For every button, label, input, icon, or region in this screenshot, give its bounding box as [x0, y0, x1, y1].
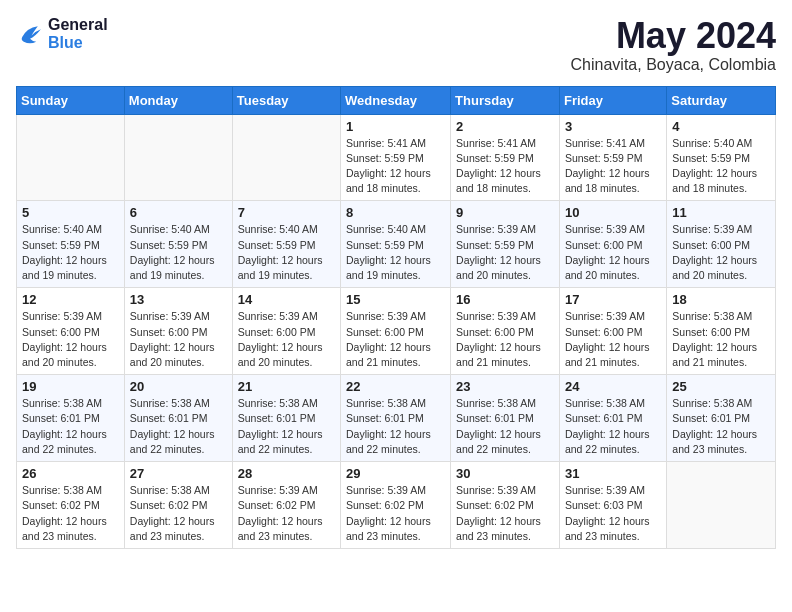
day-number: 21: [238, 379, 335, 394]
week-row-1: 1Sunrise: 5:41 AMSunset: 5:59 PMDaylight…: [17, 114, 776, 201]
day-number: 6: [130, 205, 227, 220]
calendar-cell: 24Sunrise: 5:38 AMSunset: 6:01 PMDayligh…: [559, 375, 666, 462]
day-info: Sunrise: 5:38 AMSunset: 6:01 PMDaylight:…: [346, 396, 445, 457]
calendar-cell: 10Sunrise: 5:39 AMSunset: 6:00 PMDayligh…: [559, 201, 666, 288]
day-number: 15: [346, 292, 445, 307]
logo-text: General Blue: [48, 16, 108, 52]
day-number: 24: [565, 379, 661, 394]
day-info: Sunrise: 5:39 AMSunset: 6:00 PMDaylight:…: [565, 309, 661, 370]
logo[interactable]: General Blue: [16, 16, 108, 52]
week-row-3: 12Sunrise: 5:39 AMSunset: 6:00 PMDayligh…: [17, 288, 776, 375]
day-number: 27: [130, 466, 227, 481]
day-number: 1: [346, 119, 445, 134]
day-info: Sunrise: 5:40 AMSunset: 5:59 PMDaylight:…: [238, 222, 335, 283]
day-info: Sunrise: 5:39 AMSunset: 6:02 PMDaylight:…: [346, 483, 445, 544]
week-row-2: 5Sunrise: 5:40 AMSunset: 5:59 PMDaylight…: [17, 201, 776, 288]
day-info: Sunrise: 5:41 AMSunset: 5:59 PMDaylight:…: [565, 136, 661, 197]
day-number: 13: [130, 292, 227, 307]
day-header-wednesday: Wednesday: [341, 86, 451, 114]
day-number: 28: [238, 466, 335, 481]
title-area: May 2024 Chinavita, Boyaca, Colombia: [571, 16, 776, 74]
calendar-cell: 5Sunrise: 5:40 AMSunset: 5:59 PMDaylight…: [17, 201, 125, 288]
day-header-saturday: Saturday: [667, 86, 776, 114]
day-info: Sunrise: 5:40 AMSunset: 5:59 PMDaylight:…: [22, 222, 119, 283]
day-number: 18: [672, 292, 770, 307]
day-info: Sunrise: 5:39 AMSunset: 6:00 PMDaylight:…: [238, 309, 335, 370]
calendar-cell: 29Sunrise: 5:39 AMSunset: 6:02 PMDayligh…: [341, 462, 451, 549]
day-number: 23: [456, 379, 554, 394]
day-number: 2: [456, 119, 554, 134]
day-number: 30: [456, 466, 554, 481]
day-number: 19: [22, 379, 119, 394]
day-number: 4: [672, 119, 770, 134]
calendar-cell: 6Sunrise: 5:40 AMSunset: 5:59 PMDaylight…: [124, 201, 232, 288]
calendar-cell: [17, 114, 125, 201]
location-title: Chinavita, Boyaca, Colombia: [571, 56, 776, 74]
day-info: Sunrise: 5:38 AMSunset: 6:01 PMDaylight:…: [456, 396, 554, 457]
day-header-friday: Friday: [559, 86, 666, 114]
calendar-cell: 19Sunrise: 5:38 AMSunset: 6:01 PMDayligh…: [17, 375, 125, 462]
day-info: Sunrise: 5:40 AMSunset: 5:59 PMDaylight:…: [346, 222, 445, 283]
calendar-cell: 9Sunrise: 5:39 AMSunset: 5:59 PMDaylight…: [451, 201, 560, 288]
calendar-cell: [667, 462, 776, 549]
day-number: 9: [456, 205, 554, 220]
week-row-5: 26Sunrise: 5:38 AMSunset: 6:02 PMDayligh…: [17, 462, 776, 549]
calendar-cell: 8Sunrise: 5:40 AMSunset: 5:59 PMDaylight…: [341, 201, 451, 288]
calendar-cell: 18Sunrise: 5:38 AMSunset: 6:00 PMDayligh…: [667, 288, 776, 375]
day-info: Sunrise: 5:40 AMSunset: 5:59 PMDaylight:…: [130, 222, 227, 283]
calendar-cell: [232, 114, 340, 201]
day-number: 31: [565, 466, 661, 481]
day-info: Sunrise: 5:39 AMSunset: 6:00 PMDaylight:…: [565, 222, 661, 283]
day-number: 8: [346, 205, 445, 220]
day-info: Sunrise: 5:39 AMSunset: 6:00 PMDaylight:…: [22, 309, 119, 370]
calendar-cell: 11Sunrise: 5:39 AMSunset: 6:00 PMDayligh…: [667, 201, 776, 288]
day-info: Sunrise: 5:38 AMSunset: 6:01 PMDaylight:…: [672, 396, 770, 457]
day-info: Sunrise: 5:39 AMSunset: 6:02 PMDaylight:…: [238, 483, 335, 544]
bird-icon: [16, 20, 44, 48]
calendar-cell: 12Sunrise: 5:39 AMSunset: 6:00 PMDayligh…: [17, 288, 125, 375]
days-header-row: SundayMondayTuesdayWednesdayThursdayFrid…: [17, 86, 776, 114]
day-number: 11: [672, 205, 770, 220]
calendar-cell: 20Sunrise: 5:38 AMSunset: 6:01 PMDayligh…: [124, 375, 232, 462]
day-info: Sunrise: 5:39 AMSunset: 6:02 PMDaylight:…: [456, 483, 554, 544]
calendar-cell: 21Sunrise: 5:38 AMSunset: 6:01 PMDayligh…: [232, 375, 340, 462]
day-number: 22: [346, 379, 445, 394]
day-header-thursday: Thursday: [451, 86, 560, 114]
day-number: 29: [346, 466, 445, 481]
day-info: Sunrise: 5:39 AMSunset: 6:00 PMDaylight:…: [346, 309, 445, 370]
day-number: 20: [130, 379, 227, 394]
day-number: 16: [456, 292, 554, 307]
day-number: 3: [565, 119, 661, 134]
calendar-cell: 27Sunrise: 5:38 AMSunset: 6:02 PMDayligh…: [124, 462, 232, 549]
day-info: Sunrise: 5:38 AMSunset: 6:00 PMDaylight:…: [672, 309, 770, 370]
day-info: Sunrise: 5:39 AMSunset: 5:59 PMDaylight:…: [456, 222, 554, 283]
calendar-cell: 13Sunrise: 5:39 AMSunset: 6:00 PMDayligh…: [124, 288, 232, 375]
calendar-cell: 22Sunrise: 5:38 AMSunset: 6:01 PMDayligh…: [341, 375, 451, 462]
calendar-cell: 17Sunrise: 5:39 AMSunset: 6:00 PMDayligh…: [559, 288, 666, 375]
calendar-cell: 2Sunrise: 5:41 AMSunset: 5:59 PMDaylight…: [451, 114, 560, 201]
calendar-cell: [124, 114, 232, 201]
calendar-cell: 25Sunrise: 5:38 AMSunset: 6:01 PMDayligh…: [667, 375, 776, 462]
calendar-cell: 1Sunrise: 5:41 AMSunset: 5:59 PMDaylight…: [341, 114, 451, 201]
day-info: Sunrise: 5:39 AMSunset: 6:00 PMDaylight:…: [456, 309, 554, 370]
day-number: 26: [22, 466, 119, 481]
day-info: Sunrise: 5:41 AMSunset: 5:59 PMDaylight:…: [456, 136, 554, 197]
calendar-cell: 23Sunrise: 5:38 AMSunset: 6:01 PMDayligh…: [451, 375, 560, 462]
week-row-4: 19Sunrise: 5:38 AMSunset: 6:01 PMDayligh…: [17, 375, 776, 462]
day-info: Sunrise: 5:38 AMSunset: 6:01 PMDaylight:…: [22, 396, 119, 457]
day-number: 7: [238, 205, 335, 220]
calendar-cell: 7Sunrise: 5:40 AMSunset: 5:59 PMDaylight…: [232, 201, 340, 288]
day-info: Sunrise: 5:40 AMSunset: 5:59 PMDaylight:…: [672, 136, 770, 197]
day-info: Sunrise: 5:39 AMSunset: 6:03 PMDaylight:…: [565, 483, 661, 544]
day-info: Sunrise: 5:38 AMSunset: 6:01 PMDaylight:…: [238, 396, 335, 457]
day-number: 14: [238, 292, 335, 307]
calendar-cell: 30Sunrise: 5:39 AMSunset: 6:02 PMDayligh…: [451, 462, 560, 549]
day-info: Sunrise: 5:38 AMSunset: 6:02 PMDaylight:…: [22, 483, 119, 544]
calendar-cell: 15Sunrise: 5:39 AMSunset: 6:00 PMDayligh…: [341, 288, 451, 375]
day-info: Sunrise: 5:38 AMSunset: 6:02 PMDaylight:…: [130, 483, 227, 544]
day-info: Sunrise: 5:41 AMSunset: 5:59 PMDaylight:…: [346, 136, 445, 197]
day-number: 12: [22, 292, 119, 307]
calendar-table: SundayMondayTuesdayWednesdayThursdayFrid…: [16, 86, 776, 549]
day-info: Sunrise: 5:39 AMSunset: 6:00 PMDaylight:…: [130, 309, 227, 370]
day-number: 10: [565, 205, 661, 220]
